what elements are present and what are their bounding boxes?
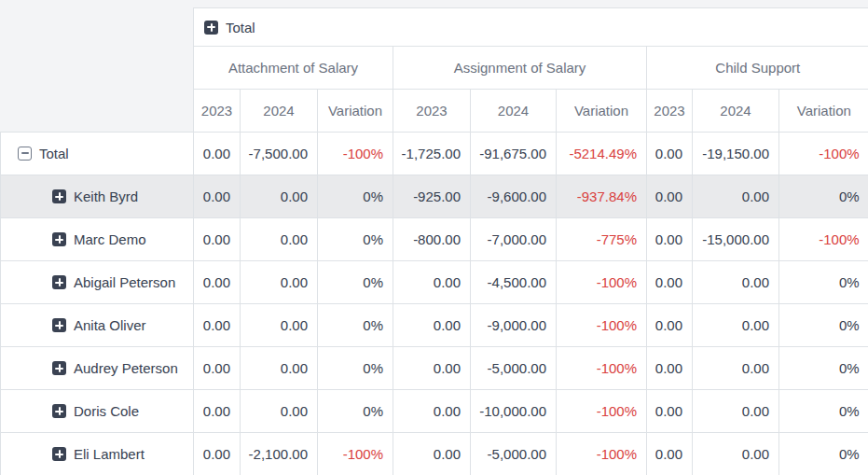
table-row: Keith Byrd0.000.000%-925.00-9,600.00-937… — [1, 175, 868, 218]
value-cell: -9,000.00 — [471, 304, 557, 347]
pivot-corner — [1, 8, 194, 133]
column-group-assignment-of-salary[interactable]: Assignment of Salary — [393, 47, 647, 90]
value-cell: 0% — [318, 347, 393, 390]
value-cell: 0.00 — [647, 133, 693, 175]
value-cell: 0.00 — [647, 304, 693, 347]
row-label: Doris Cole — [74, 403, 139, 419]
measure-header[interactable]: 2023 — [393, 90, 471, 133]
value-cell: 0% — [779, 433, 868, 475]
value-cell: 0.00 — [693, 390, 779, 433]
value-cell: -937.84% — [557, 175, 647, 218]
table-row: Audrey Peterson0.000.000%0.00-5,000.00-1… — [1, 347, 868, 390]
value-cell: -10,000.00 — [471, 390, 557, 433]
value-cell: 0.00 — [194, 175, 241, 218]
measure-header[interactable]: 2024 — [693, 90, 779, 133]
value-cell: -1,725.00 — [393, 133, 471, 175]
row-header-total[interactable]: Total — [1, 133, 194, 175]
row-header-marc-demo[interactable]: Marc Demo — [1, 218, 194, 261]
value-cell: 0.00 — [241, 261, 318, 304]
value-cell: 0.00 — [194, 261, 241, 304]
value-cell: -100% — [779, 133, 868, 175]
row-header-audrey-peterson[interactable]: Audrey Peterson — [1, 347, 194, 390]
value-cell: -9,600.00 — [471, 175, 557, 218]
pivot-table: Total Attachment of Salary Assignment of… — [0, 7, 868, 475]
value-cell: 0.00 — [393, 347, 471, 390]
value-cell: -100% — [557, 433, 647, 475]
table-row: Marc Demo0.000.000%-800.00-7,000.00-775%… — [1, 218, 868, 261]
value-cell: -800.00 — [393, 218, 471, 261]
value-cell: 0.00 — [647, 347, 693, 390]
value-cell: 0.00 — [194, 133, 241, 175]
value-cell: 0.00 — [241, 347, 318, 390]
row-label: Abigail Peterson — [74, 274, 175, 290]
plus-square-icon — [52, 232, 66, 246]
plus-square-icon — [52, 447, 66, 461]
table-row: Doris Cole0.000.000%0.00-10,000.00-100%0… — [1, 390, 868, 433]
row-header-keith-byrd[interactable]: Keith Byrd — [1, 175, 194, 218]
value-cell: 0.00 — [194, 390, 241, 433]
measure-header[interactable]: Variation — [318, 90, 393, 133]
value-cell: -100% — [557, 390, 647, 433]
row-header-abigail-peterson[interactable]: Abigail Peterson — [1, 261, 194, 304]
pivot-table-body: Total0.00-7,500.00-100%-1,725.00-91,675.… — [1, 133, 868, 475]
value-cell: -91,675.00 — [471, 133, 557, 175]
column-total-label: Total — [226, 20, 255, 35]
value-cell: 0% — [779, 347, 868, 390]
column-group-attachment-of-salary[interactable]: Attachment of Salary — [194, 47, 393, 90]
value-cell: -5214.49% — [557, 133, 647, 175]
value-cell: -100% — [557, 261, 647, 304]
value-cell: 0% — [779, 261, 868, 304]
plus-square-icon — [52, 318, 66, 332]
value-cell: -100% — [318, 133, 393, 175]
column-group-child-support[interactable]: Child Support — [647, 47, 868, 90]
measure-header[interactable]: 2023 — [194, 90, 241, 133]
row-header-doris-cole[interactable]: Doris Cole — [1, 390, 194, 433]
row-label: Total — [39, 146, 69, 161]
value-cell: 0.00 — [647, 218, 693, 261]
value-cell: 0.00 — [194, 433, 241, 475]
measure-header[interactable]: 2024 — [241, 90, 318, 133]
measure-header[interactable]: 2024 — [471, 90, 557, 133]
value-cell: -7,500.00 — [241, 133, 318, 175]
value-cell: 0.00 — [393, 304, 471, 347]
table-row: Total0.00-7,500.00-100%-1,725.00-91,675.… — [1, 133, 868, 175]
row-label: Eli Lambert — [74, 446, 145, 462]
value-cell: 0.00 — [194, 347, 241, 390]
value-cell: 0.00 — [693, 261, 779, 304]
value-cell: -5,000.00 — [471, 347, 557, 390]
measure-header[interactable]: Variation — [779, 90, 868, 133]
value-cell: 0.00 — [241, 304, 318, 347]
row-header-anita-oliver[interactable]: Anita Oliver — [1, 304, 194, 347]
column-header-total[interactable]: Total — [194, 8, 868, 47]
value-cell: 0.00 — [393, 261, 471, 304]
plus-square-icon — [52, 361, 66, 375]
row-label: Audrey Peterson — [74, 360, 178, 376]
value-cell: 0% — [779, 390, 868, 433]
value-cell: -15,000.00 — [693, 218, 779, 261]
value-cell: 0.00 — [393, 390, 471, 433]
table-row: Anita Oliver0.000.000%0.00-9,000.00-100%… — [1, 304, 868, 347]
value-cell: 0% — [318, 261, 393, 304]
row-header-eli-lambert[interactable]: Eli Lambert — [1, 433, 194, 475]
value-cell: 0.00 — [647, 390, 693, 433]
table-row: Eli Lambert0.00-2,100.00-100%0.00-5,000.… — [1, 433, 868, 475]
value-cell: 0.00 — [393, 433, 471, 475]
plus-square-icon — [52, 189, 66, 203]
value-cell: -775% — [557, 218, 647, 261]
measure-header[interactable]: 2023 — [647, 90, 693, 133]
value-cell: 0.00 — [693, 433, 779, 475]
value-cell: 0.00 — [693, 347, 779, 390]
plus-square-icon — [52, 404, 66, 418]
plus-square-icon — [204, 21, 218, 35]
value-cell: -2,100.00 — [241, 433, 318, 475]
value-cell: 0.00 — [647, 261, 693, 304]
value-cell: 0.00 — [647, 175, 693, 218]
row-label: Keith Byrd — [74, 189, 138, 204]
value-cell: -100% — [318, 433, 393, 475]
value-cell: 0% — [779, 304, 868, 347]
value-cell: -5,000.00 — [471, 433, 557, 475]
minus-square-icon — [18, 147, 32, 161]
value-cell: -100% — [557, 304, 647, 347]
measure-header[interactable]: Variation — [557, 90, 647, 133]
value-cell: 0.00 — [241, 218, 318, 261]
